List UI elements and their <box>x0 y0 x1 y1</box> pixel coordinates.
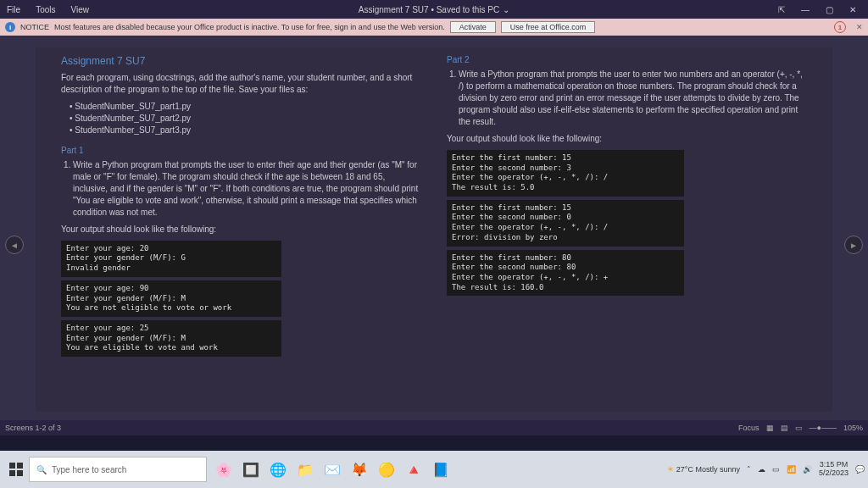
terminal-output: Enter the first number: 80 Enter the sec… <box>447 250 684 297</box>
document-page: Assignment 7 SU7 For each program, using… <box>36 47 832 412</box>
svg-rect-0 <box>9 463 15 469</box>
part1-instruction: Write a Python program that prompts the … <box>73 159 421 219</box>
close-button[interactable]: ✕ <box>843 5 863 14</box>
maximize-button[interactable]: ▢ <box>819 5 839 14</box>
part2-title: Part 2 <box>447 54 807 66</box>
close-notice-icon[interactable]: ✕ <box>856 23 863 31</box>
focus-label[interactable]: Focus <box>738 424 760 432</box>
terminal-output: Enter the first number: 15 Enter the sec… <box>447 150 684 197</box>
weather-widget[interactable]: ☀ 27°C Mostly sunny <box>667 465 740 474</box>
tray-chevron-icon[interactable]: ˄ <box>747 465 751 474</box>
terminal-output: Enter your age: 90 Enter your gender (M/… <box>61 280 281 317</box>
tray-volume-icon[interactable]: 🔊 <box>803 465 812 474</box>
doc-title: Assignment 7 SU7 • Saved to this PC <box>359 5 499 14</box>
taskbar-app-icon[interactable]: 🔲 <box>239 457 263 482</box>
taskbar-mail-icon[interactable]: ✉️ <box>320 457 344 482</box>
screen-count: Screens 1-2 of 3 <box>5 424 61 432</box>
zoom-level[interactable]: 105% <box>843 424 863 432</box>
file-item: StudentNumber_SU7_part2.py <box>70 113 421 125</box>
output-label: Your output should look like the followi… <box>447 133 807 145</box>
minimize-button[interactable]: ― <box>795 5 815 14</box>
tray-notification-icon[interactable]: 💬 <box>855 465 865 474</box>
start-button[interactable] <box>3 457 29 482</box>
chevron-down-icon[interactable]: ⌄ <box>503 5 509 14</box>
taskbar-edge-icon[interactable]: 🌐 <box>266 457 290 482</box>
view-icon[interactable]: ▦ <box>766 424 774 432</box>
notification-badge[interactable]: 1 <box>834 21 846 33</box>
file-item: StudentNumber_SU7_part3.py <box>70 125 421 136</box>
menu-tools[interactable]: Tools <box>36 5 55 14</box>
terminal-output: Enter the first number: 15 Enter the sec… <box>447 200 684 247</box>
taskbar-explorer-icon[interactable]: 📁 <box>293 457 317 482</box>
taskbar-chrome-icon[interactable]: 🟡 <box>375 457 398 482</box>
info-icon: i <box>5 22 15 32</box>
use-free-button[interactable]: Use free at Office.com <box>501 21 595 33</box>
taskbar-vlc-icon[interactable]: 🔺 <box>402 457 426 482</box>
file-item: StudentNumber_SU7_part1.py <box>70 101 421 113</box>
tray-battery-icon[interactable]: ▭ <box>772 465 780 474</box>
menu-file[interactable]: File <box>7 5 20 14</box>
search-icon: 🔍 <box>36 465 47 474</box>
part1-title: Part 1 <box>61 145 421 157</box>
svg-rect-1 <box>17 463 23 469</box>
tray-cloud-icon[interactable]: ☁ <box>758 465 765 474</box>
view-icon[interactable]: ▭ <box>795 424 803 432</box>
search-input[interactable]: 🔍 Type here to search <box>29 457 207 482</box>
svg-rect-2 <box>9 470 15 476</box>
taskbar-app-icon[interactable]: 🌸 <box>212 457 236 482</box>
page-title: Assignment 7 SU7 <box>61 54 421 69</box>
clock[interactable]: 3:15 PM 5/2/2023 <box>819 461 849 478</box>
svg-rect-3 <box>17 470 23 476</box>
part2-instruction: Write a Python program that prompts the … <box>459 69 807 128</box>
intro-text: For each program, using docstrings, add … <box>61 72 421 96</box>
taskbar-word-icon[interactable]: 📘 <box>429 457 453 482</box>
prev-page-button[interactable]: ◄ <box>5 236 24 254</box>
activate-button[interactable]: Activate <box>450 21 496 33</box>
notice-label: NOTICE <box>20 23 49 31</box>
notice-text: Most features are disabled because your … <box>54 23 445 31</box>
view-icon[interactable]: ▤ <box>781 424 788 432</box>
tray-wifi-icon[interactable]: 📶 <box>787 465 796 474</box>
terminal-output: Enter your age: 20 Enter your gender (M/… <box>61 241 281 277</box>
terminal-output: Enter your age: 25 Enter your gender (M/… <box>61 320 281 357</box>
search-placeholder: Type here to search <box>52 465 126 474</box>
share-icon[interactable]: ⇱ <box>771 5 792 14</box>
menu-view[interactable]: View <box>70 5 89 14</box>
next-page-button[interactable]: ► <box>844 236 863 254</box>
zoom-slider[interactable]: ―●―― <box>810 424 837 432</box>
output-label: Your output should look like the followi… <box>61 224 421 236</box>
taskbar-firefox-icon[interactable]: 🦊 <box>348 457 371 482</box>
